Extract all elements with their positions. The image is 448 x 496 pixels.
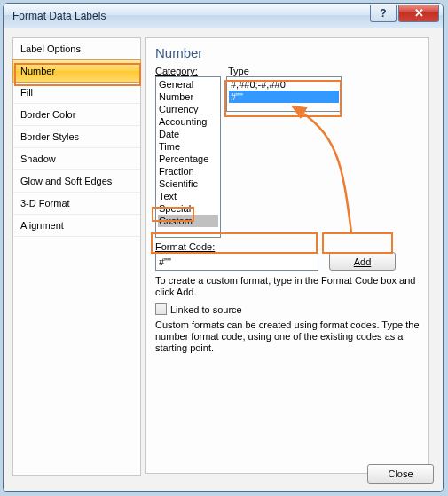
sidebar-item-alignment[interactable]: Alignment	[13, 215, 140, 237]
category-option[interactable]: Time	[158, 140, 218, 153]
panel-heading: Number	[155, 45, 420, 60]
format-code-label: Format Code:	[155, 241, 215, 252]
titlebar[interactable]: Format Data Labels ? ✕	[4, 4, 443, 29]
category-option[interactable]: General	[158, 78, 218, 91]
category-option[interactable]: Text	[158, 190, 218, 202]
window-title: Format Data Labels	[12, 10, 106, 22]
window-close-button[interactable]: ✕	[398, 5, 439, 22]
sidebar-item-fill[interactable]: Fill	[13, 82, 140, 104]
type-option[interactable]: #,##0;-#,##0	[229, 78, 339, 91]
category-option[interactable]: Accounting	[158, 115, 218, 128]
add-button[interactable]: Add	[329, 252, 396, 271]
sidebar-item-label-options[interactable]: Label Options	[13, 38, 140, 60]
category-option[interactable]: Special	[158, 202, 218, 215]
help-text-1: To create a custom format, type in the F…	[155, 275, 420, 298]
category-option[interactable]: Fraction	[158, 165, 218, 177]
category-option[interactable]: Currency	[158, 103, 218, 115]
category-label: Category:	[155, 66, 198, 76]
sidebar: Label OptionsNumberFillBorder ColorBorde…	[12, 37, 141, 476]
close-icon: ✕	[414, 6, 424, 20]
category-option[interactable]: Custom	[158, 215, 218, 227]
sidebar-item-number[interactable]: Number	[12, 59, 141, 83]
dialog: Format Data Labels ? ✕ Label OptionsNumb…	[3, 3, 444, 492]
help-icon: ?	[380, 7, 386, 20]
linked-label: Linked to source	[170, 304, 242, 315]
type-label: Type	[228, 66, 249, 76]
type-option[interactable]: #""	[229, 91, 339, 103]
category-option[interactable]: Scientific	[158, 177, 218, 190]
type-listbox[interactable]: #,##0;-#,##0#""	[226, 76, 342, 112]
category-option[interactable]: Number	[158, 91, 218, 103]
help-text-2: Custom formats can be created using form…	[155, 319, 420, 354]
sidebar-item-glow-and-soft-edges[interactable]: Glow and Soft Edges	[13, 170, 140, 193]
client-area: Label OptionsNumberFillBorder ColorBorde…	[4, 28, 443, 491]
category-option[interactable]: Date	[158, 128, 218, 140]
format-code-input[interactable]	[155, 253, 318, 271]
help-button[interactable]: ?	[370, 5, 397, 22]
category-listbox[interactable]: GeneralNumberCurrencyAccountingDateTimeP…	[155, 76, 221, 238]
main-panel: Number Category: Type GeneralNumberCurre…	[145, 37, 429, 474]
sidebar-item-shadow[interactable]: Shadow	[13, 148, 140, 170]
sidebar-item-border-color[interactable]: Border Color	[13, 104, 140, 126]
sidebar-item-3-d-format[interactable]: 3-D Format	[13, 193, 140, 215]
category-option[interactable]: Percentage	[158, 153, 218, 165]
linked-to-source-checkbox[interactable]: Linked to source	[155, 303, 420, 315]
sidebar-item-border-styles[interactable]: Border Styles	[13, 126, 140, 148]
checkbox-icon	[155, 303, 167, 315]
close-button[interactable]: Close	[367, 464, 434, 484]
